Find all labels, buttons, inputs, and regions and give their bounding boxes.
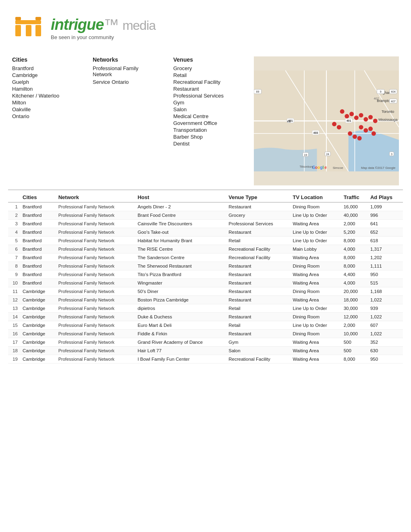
row-traffic: 2,000: [341, 220, 368, 228]
row-venue-type: Gym: [226, 338, 290, 347]
svg-text:o: o: [318, 165, 320, 170]
row-city: Brantford: [20, 220, 56, 228]
svg-text:404: 404: [391, 90, 396, 93]
row-tv-location: Waiting Area: [291, 254, 341, 262]
svg-text:Tillsonburg: Tillsonburg: [299, 165, 313, 168]
row-network: Professional Family Network: [56, 338, 135, 347]
table-row: 10 Brantford Professional Family Network…: [8, 279, 403, 287]
row-traffic: 8,000: [341, 262, 368, 270]
row-venue-type: Recreational Facility: [226, 355, 290, 364]
row-city: Brantford: [20, 245, 56, 254]
row-ad-plays: 515: [368, 279, 403, 287]
row-number: 8: [8, 262, 20, 270]
row-venue-type: Restaurant: [226, 287, 290, 296]
svg-point-51: [368, 127, 373, 131]
row-number: 7: [8, 254, 20, 262]
row-number: 19: [8, 355, 20, 364]
table-row: 16 Cambridge Professional Family Network…: [8, 330, 403, 338]
row-ad-plays: 1,317: [368, 245, 403, 254]
networks-column: Networks Professional FamilyNetwork Serv…: [93, 56, 173, 185]
row-tv-location: Waiting Area: [291, 338, 341, 347]
svg-point-56: [332, 122, 336, 126]
row-network: Professional Family Network: [56, 279, 135, 287]
header: intrigue™ media Be seen in your communit…: [0, 0, 411, 52]
row-tv-location: Waiting Area: [291, 347, 341, 355]
row-ad-plays: 630: [368, 347, 403, 355]
row-tv-location: Line Up to Order: [291, 304, 341, 313]
row-city: Cambridge: [20, 347, 56, 355]
row-ad-plays: 1,099: [368, 202, 403, 211]
row-host: dipietros: [135, 304, 226, 313]
row-tv-location: Line Up to Order: [291, 228, 341, 237]
row-city: Cambridge: [20, 313, 56, 321]
row-number: 16: [8, 330, 20, 338]
row-city: Brantford: [20, 228, 56, 237]
row-traffic: 16,000: [341, 202, 368, 211]
logo-icon: [12, 12, 44, 44]
table-row: 2 Brantford Professional Family Network …: [8, 211, 403, 220]
row-traffic: 20,000: [341, 287, 368, 296]
row-tv-location: Waiting Area: [291, 270, 341, 279]
row-traffic: 30,000: [341, 304, 368, 313]
list-item: Transportation: [173, 127, 254, 133]
section-divider: [8, 189, 403, 190]
svg-point-54: [353, 135, 357, 139]
row-number: 11: [8, 287, 20, 296]
table-row: 5 Brantford Professional Family Network …: [8, 237, 403, 245]
row-traffic: 8,000: [341, 237, 368, 245]
row-ad-plays: 1,202: [368, 254, 403, 262]
venues-list: Grocery Retail Recreational Facility Res…: [173, 65, 254, 147]
row-number: 5: [8, 237, 20, 245]
row-ad-plays: 996: [368, 211, 403, 220]
row-city: Brantford: [20, 254, 56, 262]
row-traffic: 12,000: [341, 313, 368, 321]
row-ad-plays: 352: [368, 338, 403, 347]
row-ad-plays: 607: [368, 321, 403, 330]
row-venue-type: Restaurant: [226, 202, 290, 211]
row-city: Brantford: [20, 279, 56, 287]
row-number: 14: [8, 313, 20, 321]
table-row: 4 Brantford Professional Family Network …: [8, 228, 403, 237]
row-traffic: 8,000: [341, 355, 368, 364]
table-row: 11 Cambridge Professional Family Network…: [8, 287, 403, 296]
svg-text:Toronto: Toronto: [382, 109, 394, 114]
table-section: Cities Network Host Venue Type TV Locati…: [0, 192, 411, 372]
cities-column: Cities Brantford Cambridge Guelph Hamilt…: [12, 56, 93, 185]
row-number: 3: [8, 220, 20, 228]
row-host: 50's Diner: [135, 287, 226, 296]
row-host: Angels Diner - 2: [135, 202, 226, 211]
list-item: Gym: [173, 100, 254, 106]
row-host: The Sherwood Restaurant: [135, 262, 226, 270]
svg-text:89: 89: [256, 90, 259, 93]
row-venue-type: Salon: [226, 347, 290, 355]
table-row: 17 Cambridge Professional Family Network…: [8, 338, 403, 347]
list-item: Professional FamilyNetwork: [93, 65, 173, 77]
row-venue-type: Retail: [226, 237, 290, 245]
row-host: Hair Loft 77: [135, 347, 226, 355]
row-ad-plays: 1,022: [368, 296, 403, 304]
row-tv-location: Waiting Area: [291, 220, 341, 228]
list-item: Professional Services: [173, 93, 254, 99]
row-number: 9: [8, 270, 20, 279]
row-network: Professional Family Network: [56, 220, 135, 228]
row-network: Professional Family Network: [56, 228, 135, 237]
data-table: Cities Network Host Venue Type TV Locati…: [8, 192, 403, 364]
row-city: Cambridge: [20, 330, 56, 338]
top-section: Cities Brantford Cambridge Guelph Hamilt…: [0, 52, 411, 189]
svg-text:407: 407: [391, 100, 396, 103]
map-column: 401 401 403 Vaughan 407 Brampton Toronto…: [254, 56, 399, 185]
row-traffic: 5,200: [341, 228, 368, 237]
table-row: 14 Cambridge Professional Family Network…: [8, 313, 403, 321]
row-host: Duke & Duchess: [135, 313, 226, 321]
svg-rect-3: [26, 25, 31, 36]
row-host: Boston Pizza Cambridge: [135, 296, 226, 304]
row-number: 4: [8, 228, 20, 237]
row-network: Professional Family Network: [56, 237, 135, 245]
row-network: Professional Family Network: [56, 355, 135, 364]
row-host: The RISE Centre: [135, 245, 226, 254]
row-city: Cambridge: [20, 321, 56, 330]
row-network: Professional Family Network: [56, 287, 135, 296]
row-tv-location: Waiting Area: [291, 296, 341, 304]
list-item: Hamilton: [12, 86, 93, 92]
row-network: Professional Family Network: [56, 254, 135, 262]
